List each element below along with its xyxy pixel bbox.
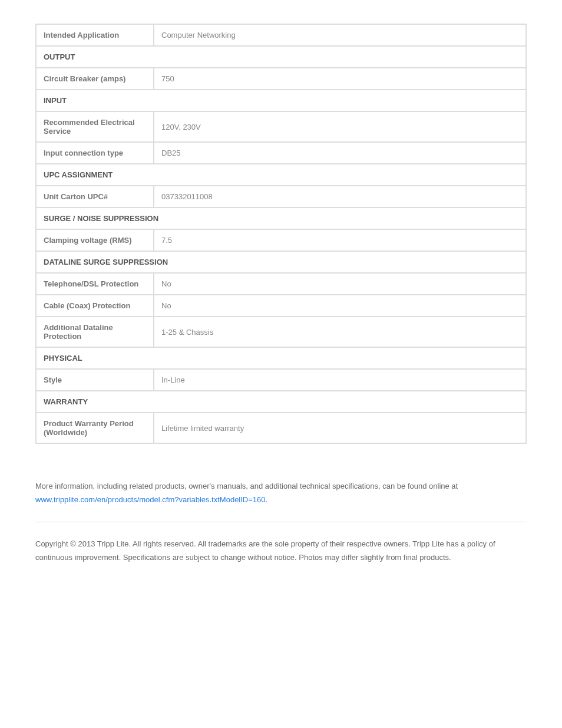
table-row: Circuit Breaker (amps)750 <box>36 68 526 90</box>
spec-value: DB25 <box>154 142 526 164</box>
spec-label: Recommended Electrical Service <box>36 111 154 142</box>
table-row: Additional Dataline Protection1-25 & Cha… <box>36 317 526 347</box>
more-info-suffix: . <box>266 495 268 504</box>
spec-table: Intended ApplicationComputer NetworkingO… <box>35 24 527 444</box>
table-row: Input connection typeDB25 <box>36 142 526 164</box>
section-header-label: WARRANTY <box>36 391 526 413</box>
spec-label: Input connection type <box>36 142 154 164</box>
spec-value: 037332011008 <box>154 186 526 207</box>
section-header: DATALINE SURGE SUPPRESSION <box>36 251 526 273</box>
section-header-label: INPUT <box>36 90 526 111</box>
section-header-label: SURGE / NOISE SUPPRESSION <box>36 207 526 229</box>
table-row: Unit Carton UPC#037332011008 <box>36 186 526 207</box>
spec-value: Computer Networking <box>154 24 526 46</box>
section-header-label: DATALINE SURGE SUPPRESSION <box>36 251 526 273</box>
spec-label: Intended Application <box>36 24 154 46</box>
spec-table-body: Intended ApplicationComputer NetworkingO… <box>36 24 526 443</box>
more-info-prefix: More information, including related prod… <box>35 482 458 490</box>
spec-value: 7.5 <box>154 229 526 251</box>
table-row: Cable (Coax) ProtectionNo <box>36 295 526 317</box>
spec-value: No <box>154 273 526 295</box>
table-row: StyleIn-Line <box>36 369 526 391</box>
more-info-link[interactable]: www.tripplite.com/en/products/model.cfm?… <box>35 495 266 504</box>
section-header: SURGE / NOISE SUPPRESSION <box>36 207 526 229</box>
table-row: Product Warranty Period (Worldwide)Lifet… <box>36 413 526 443</box>
spec-label: Telephone/DSL Protection <box>36 273 154 295</box>
table-row: Clamping voltage (RMS)7.5 <box>36 229 526 251</box>
section-header: OUTPUT <box>36 46 526 68</box>
spec-label: Cable (Coax) Protection <box>36 295 154 317</box>
spec-label: Clamping voltage (RMS) <box>36 229 154 251</box>
spec-value: 120V, 230V <box>154 111 526 142</box>
spec-value: Lifetime limited warranty <box>154 413 526 443</box>
table-row: Intended ApplicationComputer Networking <box>36 24 526 46</box>
spec-value: 1-25 & Chassis <box>154 317 526 347</box>
divider <box>35 522 527 522</box>
section-header: WARRANTY <box>36 391 526 413</box>
spec-label: Product Warranty Period (Worldwide) <box>36 413 154 443</box>
spec-label: Style <box>36 369 154 391</box>
section-header: UPC ASSIGNMENT <box>36 164 526 186</box>
footer-info: More information, including related prod… <box>35 479 527 507</box>
table-row: Recommended Electrical Service120V, 230V <box>36 111 526 142</box>
section-header: PHYSICAL <box>36 347 526 369</box>
section-header: INPUT <box>36 90 526 111</box>
spec-label: Circuit Breaker (amps) <box>36 68 154 90</box>
spec-label: Additional Dataline Protection <box>36 317 154 347</box>
section-header-label: PHYSICAL <box>36 347 526 369</box>
table-row: Telephone/DSL ProtectionNo <box>36 273 526 295</box>
copyright-text: Copyright © 2013 Tripp Lite. All rights … <box>35 537 527 565</box>
spec-value: 750 <box>154 68 526 90</box>
spec-value: In-Line <box>154 369 526 391</box>
spec-label: Unit Carton UPC# <box>36 186 154 207</box>
section-header-label: OUTPUT <box>36 46 526 68</box>
section-header-label: UPC ASSIGNMENT <box>36 164 526 186</box>
spec-value: No <box>154 295 526 317</box>
